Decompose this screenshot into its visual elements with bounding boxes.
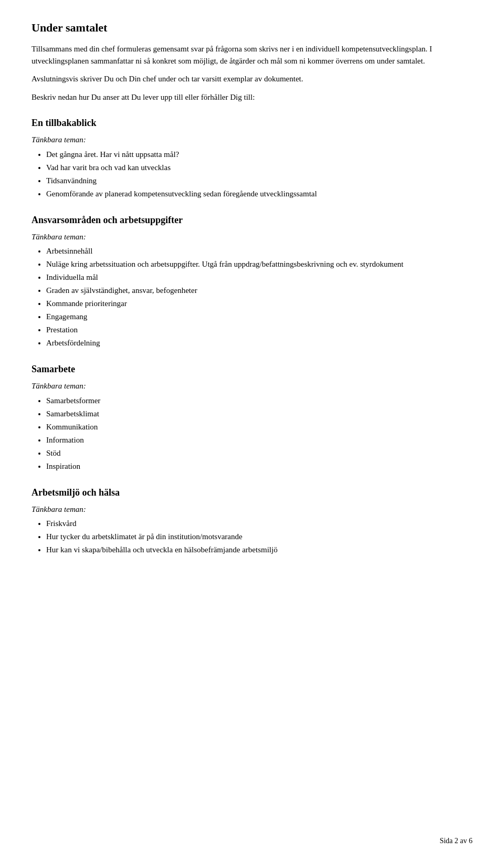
list-item: Genomförande av planerad kompetensutveck… bbox=[46, 187, 472, 200]
list-item: Arbetsinnehåll bbox=[46, 245, 472, 257]
list-item: Det gångna året. Har vi nått uppsatta må… bbox=[46, 148, 472, 161]
teman-label-ansvarsomraden: Tänkbara teman: bbox=[32, 231, 472, 243]
list-item: Hur kan vi skapa/bibehålla och utveckla … bbox=[46, 543, 472, 556]
intro-paragraph-3: Beskriv nedan hur Du anser att Du lever … bbox=[32, 91, 472, 103]
page-title: Under samtalet bbox=[32, 21, 472, 35]
list-item: Engagemang bbox=[46, 310, 472, 323]
list-item: Nuläge kring arbetssituation och arbetsu… bbox=[46, 258, 472, 270]
list-item: Graden av självständighet, ansvar, befog… bbox=[46, 284, 472, 297]
list-item: Arbetsfördelning bbox=[46, 337, 472, 349]
list-item: Prestation bbox=[46, 323, 472, 336]
intro-paragraph-2: Avslutningsvis skriver Du och Din chef u… bbox=[32, 73, 472, 85]
bullet-list-ansvarsomraden: Arbetsinnehåll Nuläge kring arbetssituat… bbox=[46, 245, 472, 349]
section-samarbete: Samarbete Tänkbara teman: Samarbetsforme… bbox=[32, 364, 472, 472]
list-item: Vad har varit bra och vad kan utvecklas bbox=[46, 161, 472, 174]
teman-label-samarbete: Tänkbara teman: bbox=[32, 380, 472, 392]
section-title-arbetsmiljo: Arbetsmiljö och hälsa bbox=[32, 487, 472, 498]
list-item: Information bbox=[46, 434, 472, 446]
list-item: Tidsanvändning bbox=[46, 174, 472, 187]
list-item: Inspiration bbox=[46, 460, 472, 472]
page-number: Sida 2 av 6 bbox=[439, 837, 472, 845]
list-item: Hur tycker du arbetsklimatet är på din i… bbox=[46, 530, 472, 543]
list-item: Kommande prioriteringar bbox=[46, 297, 472, 310]
section-arbetsmiljo: Arbetsmiljö och hälsa Tänkbara teman: Fr… bbox=[32, 487, 472, 556]
list-item: Friskvård bbox=[46, 517, 472, 530]
list-item: Stöd bbox=[46, 447, 472, 459]
section-tillbakablick: En tillbakablick Tänkbara teman: Det gån… bbox=[32, 118, 472, 200]
section-title-samarbete: Samarbete bbox=[32, 364, 472, 375]
page-content: Under samtalet Tillsammans med din chef … bbox=[32, 21, 472, 556]
section-title-ansvarsomraden: Ansvarsområden och arbetsuppgifter bbox=[32, 215, 472, 226]
list-item: Kommunikation bbox=[46, 421, 472, 433]
section-title-tillbakablick: En tillbakablick bbox=[32, 118, 472, 129]
list-item: Individuella mål bbox=[46, 271, 472, 284]
teman-label-arbetsmiljo: Tänkbara teman: bbox=[32, 503, 472, 516]
bullet-list-arbetsmiljo: Friskvård Hur tycker du arbetsklimatet ä… bbox=[46, 517, 472, 556]
intro-paragraph-1: Tillsammans med din chef formuleras geme… bbox=[32, 43, 472, 67]
intro-block: Tillsammans med din chef formuleras geme… bbox=[32, 43, 472, 103]
list-item: Samarbetsklimat bbox=[46, 407, 472, 420]
page-footer: Sida 2 av 6 bbox=[439, 837, 472, 845]
section-ansvarsomraden: Ansvarsområden och arbetsuppgifter Tänkb… bbox=[32, 215, 472, 350]
bullet-list-tillbakablick: Det gångna året. Har vi nått uppsatta må… bbox=[46, 148, 472, 200]
list-item: Samarbetsformer bbox=[46, 394, 472, 407]
teman-label-tillbakablick: Tänkbara teman: bbox=[32, 134, 472, 146]
bullet-list-samarbete: Samarbetsformer Samarbetsklimat Kommunik… bbox=[46, 394, 472, 472]
